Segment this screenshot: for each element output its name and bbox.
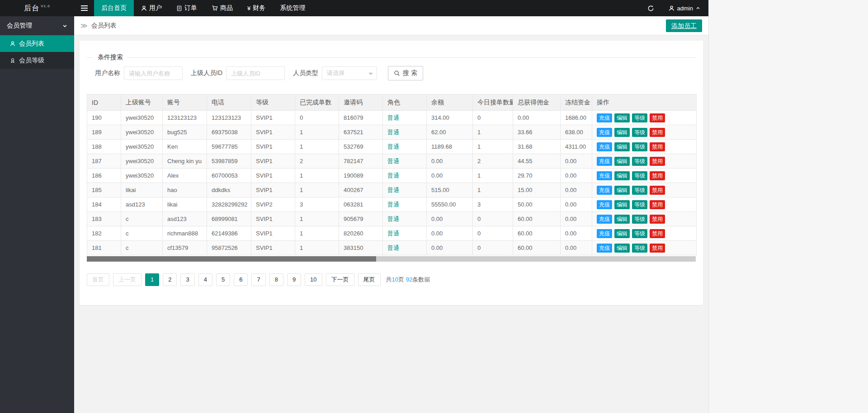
- cell-phone: 32828299292: [207, 197, 251, 212]
- column-header: 操作: [592, 94, 697, 111]
- column-header: 等级: [251, 94, 295, 111]
- cell-phone: 53987859: [207, 154, 251, 169]
- cell-completed-orders: 1: [295, 169, 339, 183]
- disable-button[interactable]: 禁用: [650, 171, 665, 180]
- page-last-button[interactable]: 尾页: [358, 273, 381, 286]
- edit-button[interactable]: 编辑: [614, 186, 630, 195]
- edit-button[interactable]: 编辑: [614, 113, 630, 122]
- cell-phone: 62149386: [207, 226, 251, 241]
- recharge-button[interactable]: 充值: [597, 215, 612, 224]
- sidebar-group-member-management[interactable]: 会员管理: [0, 16, 74, 35]
- search-button[interactable]: 搜 索: [388, 66, 423, 80]
- cell-level: SVIP1: [251, 212, 295, 226]
- person-type-select[interactable]: 请选择: [322, 66, 377, 80]
- page-button-7[interactable]: 7: [251, 273, 265, 286]
- level-button[interactable]: 等级: [632, 113, 647, 122]
- cell-level: SVIP1: [251, 169, 295, 183]
- top-nav-item-2[interactable]: 用户: [134, 0, 169, 16]
- page-button-5[interactable]: 5: [216, 273, 230, 286]
- page-first-button[interactable]: 首页: [87, 273, 109, 286]
- edit-button[interactable]: 编辑: [614, 200, 630, 209]
- role-link[interactable]: 普通: [387, 158, 399, 164]
- disable-button[interactable]: 禁用: [650, 113, 665, 122]
- role-link[interactable]: 普通: [387, 216, 399, 222]
- level-button[interactable]: 等级: [632, 186, 647, 195]
- cell-level: SVIP1: [251, 111, 295, 125]
- level-button[interactable]: 等级: [632, 215, 647, 224]
- disable-button[interactable]: 禁用: [650, 142, 665, 151]
- username-input[interactable]: [124, 66, 183, 80]
- recharge-button[interactable]: 充值: [597, 171, 612, 180]
- role-link[interactable]: 普通: [387, 187, 399, 193]
- recharge-button[interactable]: 充值: [597, 200, 612, 209]
- role-link[interactable]: 普通: [387, 143, 399, 150]
- recharge-button[interactable]: 充值: [597, 113, 612, 122]
- edit-button[interactable]: 编辑: [614, 229, 630, 238]
- page-button-8[interactable]: 8: [269, 273, 283, 286]
- edit-button[interactable]: 编辑: [614, 128, 630, 137]
- page-button-2[interactable]: 2: [163, 273, 177, 286]
- disable-button[interactable]: 禁用: [650, 215, 665, 224]
- edit-button[interactable]: 编辑: [614, 142, 630, 151]
- top-nav-item-3[interactable]: 订单: [169, 0, 204, 16]
- level-button[interactable]: 等级: [632, 142, 647, 151]
- level-button[interactable]: 等级: [632, 128, 647, 137]
- top-nav: 后台首页用户订单商品¥财务系统管理: [94, 0, 312, 16]
- cell-total-commission: 29.70: [513, 169, 561, 183]
- page-button-3[interactable]: 3: [180, 273, 194, 286]
- edit-button[interactable]: 编辑: [614, 171, 630, 180]
- scrollbar-thumb[interactable]: [87, 256, 376, 262]
- refresh-icon[interactable]: [642, 0, 660, 16]
- disable-button[interactable]: 禁用: [650, 229, 665, 238]
- table-row: 184asd123likai32828299292SVIP23063281普通5…: [87, 197, 697, 212]
- top-nav-item-1[interactable]: 后台首页: [94, 0, 134, 16]
- top-nav-item-4[interactable]: 商品: [204, 0, 240, 16]
- level-button[interactable]: 等级: [632, 171, 647, 180]
- page-button-6[interactable]: 6: [234, 273, 248, 286]
- cell-invite-code: 400267: [339, 183, 383, 197]
- page-next-button[interactable]: 下一页: [326, 273, 354, 286]
- menu-toggle-icon[interactable]: [74, 0, 94, 16]
- disable-button[interactable]: 禁用: [650, 128, 665, 137]
- recharge-button[interactable]: 充值: [597, 142, 612, 151]
- level-button[interactable]: 等级: [632, 157, 647, 166]
- cell-balance: 0.00: [427, 154, 473, 169]
- edit-button[interactable]: 编辑: [614, 215, 630, 224]
- disable-button[interactable]: 禁用: [650, 157, 665, 166]
- disable-button[interactable]: 禁用: [650, 186, 665, 195]
- recharge-button[interactable]: 充值: [597, 128, 612, 137]
- recharge-button[interactable]: 充值: [597, 244, 612, 253]
- top-nav-item-6[interactable]: 系统管理: [273, 0, 312, 16]
- disable-button[interactable]: 禁用: [650, 200, 665, 209]
- role-link[interactable]: 普通: [387, 244, 399, 251]
- edit-button[interactable]: 编辑: [614, 157, 630, 166]
- add-staff-button[interactable]: 添加员工: [666, 19, 702, 32]
- cell-account: hao: [163, 183, 207, 197]
- horizontal-scrollbar[interactable]: [87, 256, 696, 262]
- recharge-button[interactable]: 充值: [597, 229, 612, 238]
- disable-button[interactable]: 禁用: [650, 244, 665, 253]
- level-button[interactable]: 等级: [632, 200, 647, 209]
- edit-button[interactable]: 编辑: [614, 244, 630, 253]
- page-button-10[interactable]: 10: [305, 273, 322, 286]
- top-nav-item-5[interactable]: ¥财务: [240, 0, 273, 16]
- role-link[interactable]: 普通: [387, 201, 399, 208]
- recharge-button[interactable]: 充值: [597, 186, 612, 195]
- parent-id-input[interactable]: [226, 66, 285, 80]
- role-link[interactable]: 普通: [387, 230, 399, 237]
- page-button-1[interactable]: 1: [145, 273, 159, 286]
- role-link[interactable]: 普通: [387, 114, 399, 121]
- page-button-4[interactable]: 4: [198, 273, 212, 286]
- sidebar-item-1[interactable]: 会员列表: [0, 35, 74, 52]
- sidebar-item-2[interactable]: 会员等级: [0, 52, 74, 69]
- role-link[interactable]: 普通: [387, 172, 399, 179]
- cell-balance: 0.00: [427, 169, 473, 183]
- recharge-button[interactable]: 充值: [597, 157, 612, 166]
- page-prev-button[interactable]: 上一页: [113, 273, 142, 286]
- page-button-9[interactable]: 9: [287, 273, 301, 286]
- column-header: 上级账号: [121, 94, 163, 111]
- level-button[interactable]: 等级: [632, 244, 647, 253]
- role-link[interactable]: 普通: [387, 129, 399, 136]
- user-menu[interactable]: admin: [660, 0, 708, 16]
- level-button[interactable]: 等级: [632, 229, 647, 238]
